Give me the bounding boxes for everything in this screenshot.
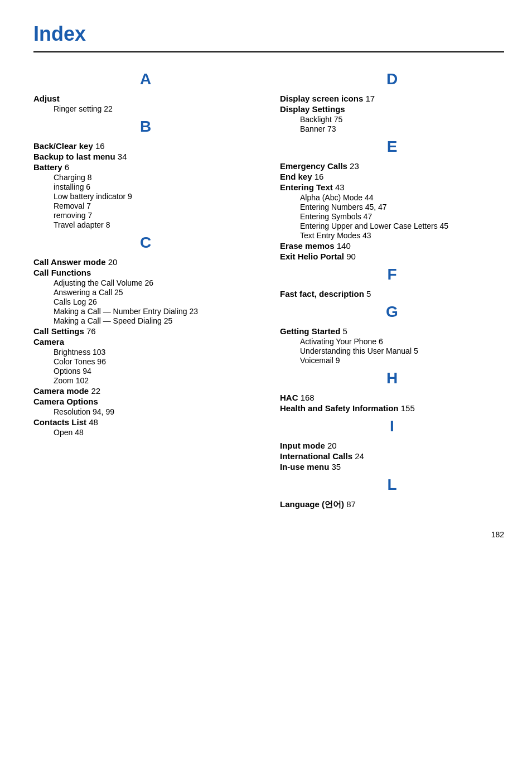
letter-heading-l: L <box>280 476 504 494</box>
entry-main: Camera Options <box>33 397 258 406</box>
entry-main: Contacts List 48 <box>33 417 258 427</box>
letter-heading-g: G <box>280 303 504 321</box>
entry-main: Fast fact, description 5 <box>280 289 504 299</box>
entry-sub: Voicemail 9 <box>280 356 504 365</box>
entry-main: Display screen icons 17 <box>280 94 504 103</box>
entry-main: Exit Helio Portal 90 <box>280 252 504 261</box>
entry-main: Backup to last menu 34 <box>33 152 258 161</box>
letter-heading-c: C <box>33 234 258 252</box>
letter-heading-e: E <box>280 138 504 156</box>
entry-main: International Calls 24 <box>280 451 504 461</box>
entry-main: Adjust <box>33 94 258 103</box>
entry-sub: installing 6 <box>33 182 258 191</box>
entry-main: Language (언어) 87 <box>280 499 504 510</box>
entry-main: Input mode 20 <box>280 441 504 450</box>
entry-sub: Answering a Call 25 <box>33 288 258 297</box>
entry-sub: removing 7 <box>33 211 258 220</box>
entry-sub: Zoom 102 <box>33 376 258 385</box>
entry-main: Back/Clear key 16 <box>33 141 258 151</box>
entry-main: Health and Safety Information 155 <box>280 403 504 413</box>
entry-main: Display Settings <box>280 104 504 114</box>
entry-sub: Low battery indicator 9 <box>33 192 258 201</box>
entry-sub: Brightness 103 <box>33 348 258 357</box>
section-block-e: Emergency Calls 23End key 16Entering Tex… <box>280 161 504 261</box>
entry-main: Battery 6 <box>33 162 258 172</box>
section-block-a: AdjustRinger setting 22 <box>33 94 258 113</box>
entry-sub: Removal 7 <box>33 201 258 210</box>
entry-sub: Entering Upper and Lower Case Letters 45 <box>280 222 504 230</box>
entry-main: Call Functions <box>33 268 258 277</box>
entry-sub: Text Entry Modes 43 <box>280 231 504 240</box>
section-block-h: HAC 168Health and Safety Information 155 <box>280 393 504 413</box>
entry-main: Camera <box>33 337 258 346</box>
entry-main: Getting Started 5 <box>280 326 504 336</box>
section-block-b: Back/Clear key 16Backup to last menu 34B… <box>33 141 258 229</box>
letter-heading-f: F <box>280 266 504 283</box>
entry-main: End key 16 <box>280 172 504 181</box>
entry-sub: Color Tones 96 <box>33 357 258 366</box>
letter-heading-d: D <box>280 70 504 88</box>
entry-main: Emergency Calls 23 <box>280 161 504 171</box>
title-divider <box>33 51 504 52</box>
entry-main: HAC 168 <box>280 393 504 402</box>
entry-sub: Making a Call — Number Entry Dialing 23 <box>33 307 258 316</box>
entry-sub: Ringer setting 22 <box>33 104 258 113</box>
entry-sub: Resolution 94, 99 <box>33 407 258 416</box>
page-number: 182 <box>33 530 504 539</box>
entry-sub: Calls Log 26 <box>33 297 258 306</box>
entry-sub: Banner 73 <box>280 124 504 133</box>
entry-sub: Activating Your Phone 6 <box>280 337 504 346</box>
section-block-l: Language (언어) 87 <box>280 499 504 510</box>
right-column: DDisplay screen icons 17Display Settings… <box>280 66 504 513</box>
section-block-g: Getting Started 5Activating Your Phone 6… <box>280 326 504 365</box>
entry-sub: Entering Numbers 45, 47 <box>280 203 504 211</box>
section-block-i: Input mode 20International Calls 24In-us… <box>280 441 504 471</box>
section-block-f: Fast fact, description 5 <box>280 289 504 299</box>
letter-heading-b: B <box>33 118 258 136</box>
letter-heading-a: A <box>33 70 258 88</box>
entry-main: Camera mode 22 <box>33 386 258 396</box>
letter-heading-h: H <box>280 369 504 387</box>
entry-sub: Options 94 <box>33 367 258 376</box>
entry-main: Call Answer mode 20 <box>33 257 258 267</box>
page-title: Index <box>33 22 504 46</box>
entry-main: Entering Text 43 <box>280 182 504 192</box>
entry-sub: Travel adapter 8 <box>33 220 258 229</box>
section-block-c: Call Answer mode 20Call FunctionsAdjusti… <box>33 257 258 437</box>
entry-sub: Understanding this User Manual 5 <box>280 346 504 355</box>
entry-sub: Backlight 75 <box>280 115 504 124</box>
section-block-d: Display screen icons 17Display SettingsB… <box>280 94 504 133</box>
entry-sub: Open 48 <box>33 428 258 437</box>
entry-main: Call Settings 76 <box>33 326 258 336</box>
entry-sub: Charging 8 <box>33 173 258 182</box>
entry-main: In-use menu 35 <box>280 462 504 471</box>
letter-heading-i: I <box>280 417 504 435</box>
left-column: AAdjustRinger setting 22BBack/Clear key … <box>33 66 258 513</box>
entry-sub: Adjusting the Call Volume 26 <box>33 278 258 287</box>
entry-sub: Entering Symbols 47 <box>280 212 504 221</box>
entry-main: Erase memos 140 <box>280 241 504 251</box>
entry-sub: Making a Call — Speed Dialing 25 <box>33 316 258 325</box>
entry-sub: Alpha (Abc) Mode 44 <box>280 193 504 202</box>
